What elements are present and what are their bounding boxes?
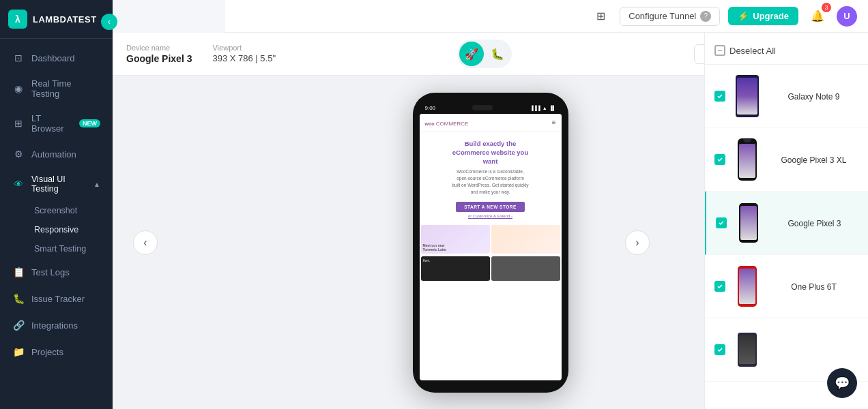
viewport-value: 393 X 786 | 5.5" [212,53,276,63]
phone-front-camera [472,105,493,110]
sidebar-item-label: Automation [31,149,76,160]
sidebar-item-lt-browser[interactable]: ⊞ LT Browser NEW [3,106,110,140]
sidebar-item-label: Dashboard [31,53,75,63]
sidebar-item-smart-testing[interactable]: Smart Testing [29,239,113,258]
mode-toggle: 🚀 🐛 [457,40,512,68]
woocommerce-logo: woo COMMERCE [425,118,469,127]
device-meta: Device name Google Pixel 3 Viewport 393 … [126,44,276,64]
sidebar-item-test-logs[interactable]: 📋 Test Logs [3,259,110,285]
sidebar-item-automation[interactable]: ⚙ Automation [3,141,110,167]
next-device-button[interactable]: › [625,230,650,255]
woo-cta-button[interactable]: START A NEW STORE [456,202,525,212]
phone-time: 9:00 [425,105,436,111]
upgrade-icon: ⚡ [738,11,749,21]
woo-hero: Build exactly theeCommerce website youwa… [420,132,562,223]
logo-text: LAMBDATEST [33,14,97,25]
sidebar-item-responsive[interactable]: Responsive [29,220,113,239]
grid-icon[interactable]: ⊞ [590,5,611,27]
topbar: ⊞ Configure Tunnel ? ⚡ Upgrade 🔔 3 U [225,0,868,33]
device-checkbox-more[interactable] [714,344,725,355]
upgrade-label: Upgrade [753,11,789,21]
sidebar-item-dashboard[interactable]: ⊡ Dashboard [3,45,110,71]
phone-status-icons: ▐▐▐ ▲ ▐▌ [530,106,556,110]
device-card-google-pixel-3[interactable]: Google Pixel 3 [705,192,868,255]
sidebar-item-real-time-testing[interactable]: ◉ Real Time Testing [3,72,110,106]
woo-hero-title: Build exactly theeCommerce website youwa… [425,139,556,166]
signal-icon: ▐▐▐ [530,106,540,110]
device-card-galaxy-note-9[interactable]: Galaxy Note 9 [705,65,868,128]
new-badge: NEW [79,119,100,127]
sidebar-logo[interactable]: λ LAMBDATEST [0,0,113,39]
woo-product-grid: Meet our newTurmeric Latte [420,224,562,255]
woo-grid-item-1: Meet our newTurmeric Latte [421,225,490,254]
deselect-all-button[interactable]: Deselect All [714,45,776,56]
woo-customize-link[interactable]: or Customize & Extend › [425,214,556,218]
chat-icon: 💬 [835,376,850,391]
help-icon: ? [700,11,711,22]
projects-icon: 📁 [12,346,25,358]
sidebar-item-label: Visual UI Testing [31,175,87,194]
sidebar-item-label: Real Time Testing [31,78,100,99]
battery-icon: ▐▌ [549,106,556,110]
configure-tunnel-label: Configure Tunnel [628,11,696,21]
sidebar-item-projects[interactable]: 📁 Projects [3,339,110,365]
device-checkbox-google-pixel-3-xl[interactable] [714,154,725,165]
issue-tracker-icon: 🐛 [12,292,25,305]
previous-device-button[interactable]: ‹ [133,230,158,255]
more-device-thumbnail [732,325,762,374]
device-name-section: Device name Google Pixel 3 [126,44,192,64]
woo-hamburger-icon[interactable]: ≡ [552,119,556,126]
phone-screen: woo COMMERCE ≡ Build exactly theeCommerc… [420,114,562,380]
sidebar-item-integrations[interactable]: 🔗 Integrations [3,312,110,338]
sidebar-item-label: LT Browser [31,113,72,134]
eye-icon: 👁 [12,178,25,190]
galaxy-note-9-thumbnail [732,72,762,121]
bug-mode-button[interactable]: 🐛 [485,42,510,66]
sidebar-collapse-button[interactable]: ‹ [101,14,117,30]
visual-ui-submenu: Screenshot Responsive Smart Testing [0,201,113,258]
deselect-icon [714,45,725,56]
sidebar-item-issue-tracker[interactable]: 🐛 Issue Tracker [3,286,110,312]
phone-notch: 9:00 ▐▐▐ ▲ ▐▌ [420,105,562,111]
sidebar-item-label: Integrations [31,320,78,331]
browser-icon: ⊞ [12,117,25,130]
chevron-right-icon: › [635,237,639,249]
rocket-mode-button[interactable]: 🚀 [459,42,484,66]
google-pixel-3-name: Google Pixel 3 [770,219,858,228]
notification-badge: 3 [822,3,831,12]
sidebar-navigation: ⊡ Dashboard ◉ Real Time Testing ⊞ LT Bro… [0,39,113,409]
right-panel: Deselect All Galaxy Note 9 [704,33,868,409]
sidebar-item-visual-ui-testing[interactable]: 👁 Visual UI Testing ▲ [3,168,110,200]
integrations-icon: 🔗 [12,319,25,331]
upgrade-button[interactable]: ⚡ Upgrade [728,7,798,25]
device-checkbox-google-pixel-3[interactable] [716,217,727,228]
bottom-item-1-label: llwr. [421,256,490,264]
viewport-section: Viewport 393 X 786 | 5.5" [212,44,276,64]
avatar[interactable]: U [837,6,857,27]
woo-bottom-grid: llwr. [420,255,562,282]
viewport-label: Viewport [212,44,276,52]
woo-bottom-item-1: llwr. [421,256,490,281]
device-card-one-plus-6t[interactable]: One Plus 6T [705,255,868,318]
sidebar-item-screenshot[interactable]: Screenshot [29,201,113,220]
grid-item-1-label: Meet our newTurmeric Latte [423,243,488,252]
google-pixel-3-thumbnail [734,198,764,247]
one-plus-6t-thumbnail [732,262,762,311]
galaxy-note-9-name: Galaxy Note 9 [769,92,858,102]
configure-tunnel-button[interactable]: Configure Tunnel ? [620,7,720,26]
chat-bubble-button[interactable]: 💬 [827,368,857,398]
chevron-left-icon: ‹ [143,237,147,249]
sidebar-item-label: Test Logs [31,267,70,277]
device-checkbox-one-plus-6t[interactable] [714,281,725,292]
dashboard-icon: ⊡ [12,52,25,64]
device-name-label: Device name [126,44,192,52]
chevron-left-icon: ‹ [108,17,111,27]
automation-icon: ⚙ [12,148,25,160]
sidebar: λ LAMBDATEST ⊡ Dashboard ◉ Real Time Tes… [0,0,113,409]
phone-mockup: 9:00 ▐▐▐ ▲ ▐▌ woo COMMERCE ≡ Build exact… [413,93,568,393]
device-checkbox-galaxy-note-9[interactable] [714,91,725,102]
woo-header: woo COMMERCE ≡ [420,114,562,132]
woo-hero-subtitle: WooCommerce is a customizable,open-sourc… [425,168,556,195]
notification-bell-icon[interactable]: 🔔 3 [807,5,828,27]
device-card-google-pixel-3-xl[interactable]: Google Pixel 3 XL [705,128,868,192]
